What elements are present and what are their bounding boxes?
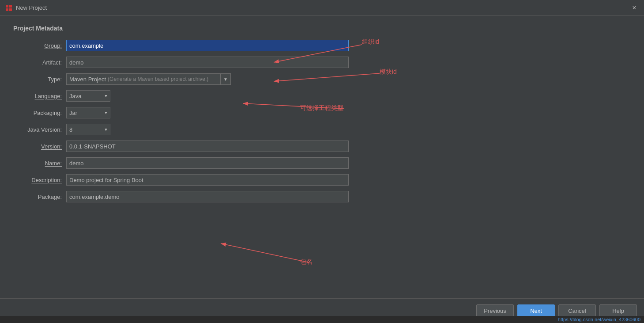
language-select[interactable]: Java Kotlin Groovy bbox=[66, 90, 110, 102]
title-bar: New Project × bbox=[0, 0, 644, 16]
type-main-text: Maven Project bbox=[69, 76, 106, 83]
package-input[interactable] bbox=[66, 191, 349, 202]
java-version-label: Java Version: bbox=[13, 126, 66, 133]
form-table: Group: Artifact: Type: Maven Project (Ge… bbox=[13, 40, 349, 202]
package-annotation: 包名 bbox=[300, 258, 313, 266]
url-bar: https://blog.csdn.net/weixin_42360600 bbox=[0, 316, 644, 323]
close-button[interactable]: × bbox=[630, 4, 639, 12]
artifact-id-annotation: 模块id bbox=[380, 68, 397, 76]
new-project-dialog: New Project × Project Metadata Group: Ar… bbox=[0, 0, 644, 323]
type-display: Maven Project (Generate a Maven based pr… bbox=[66, 73, 221, 85]
dialog-title: New Project bbox=[16, 4, 47, 11]
svg-line-11 bbox=[221, 243, 309, 262]
type-select-wrapper: Maven Project (Generate a Maven based pr… bbox=[66, 73, 349, 85]
artifact-input[interactable] bbox=[66, 57, 349, 68]
package-label: Package: bbox=[13, 194, 66, 200]
language-select-wrapper: Java Kotlin Groovy ▼ bbox=[66, 90, 110, 102]
group-input[interactable] bbox=[66, 40, 349, 51]
help-button[interactable]: Help bbox=[599, 304, 637, 318]
group-label: Group: bbox=[13, 42, 66, 49]
svg-rect-1 bbox=[9, 5, 12, 8]
java-version-select[interactable]: 8 11 17 bbox=[66, 124, 110, 135]
packaging-select-wrapper: Jar War ▼ bbox=[66, 107, 110, 118]
type-desc-text: (Generate a Maven based project archive.… bbox=[108, 76, 208, 82]
name-input[interactable] bbox=[66, 157, 349, 169]
next-button[interactable]: Next bbox=[517, 304, 555, 318]
description-input[interactable] bbox=[66, 174, 349, 186]
cancel-button[interactable]: Cancel bbox=[558, 304, 596, 318]
title-bar-left: New Project bbox=[5, 4, 47, 11]
previous-button[interactable]: Previous bbox=[476, 304, 514, 318]
type-dropdown-button[interactable]: ▼ bbox=[221, 73, 231, 85]
name-label: Name: bbox=[13, 160, 66, 167]
packaging-label: Packaging: bbox=[13, 110, 66, 116]
type-annotation: 可选择工程类型 bbox=[300, 104, 343, 112]
type-label: Type: bbox=[13, 76, 66, 83]
version-label: Version: bbox=[13, 143, 66, 150]
version-input[interactable] bbox=[66, 141, 349, 152]
svg-rect-3 bbox=[9, 8, 12, 11]
svg-rect-0 bbox=[6, 5, 8, 8]
group-id-annotation: 组织id bbox=[362, 38, 379, 46]
description-label: Description: bbox=[13, 177, 66, 183]
svg-rect-2 bbox=[6, 8, 8, 11]
packaging-select[interactable]: Jar War bbox=[66, 107, 110, 118]
main-content: Project Metadata Group: Artifact: Type: … bbox=[0, 16, 644, 298]
section-title: Project Metadata bbox=[13, 25, 631, 32]
java-version-select-wrapper: 8 11 17 ▼ bbox=[66, 124, 110, 135]
app-icon bbox=[5, 4, 12, 11]
artifact-label: Artifact: bbox=[13, 59, 66, 66]
language-label: Language: bbox=[13, 93, 66, 99]
